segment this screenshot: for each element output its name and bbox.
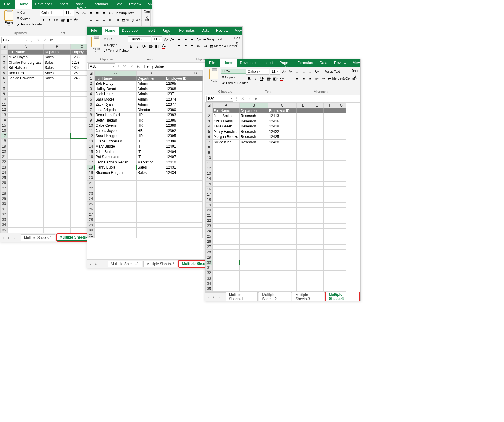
cell[interactable]: [189, 186, 203, 191]
row-header[interactable]: 20: [206, 208, 213, 213]
cell[interactable]: [297, 166, 310, 171]
column-header[interactable]: B: [240, 103, 268, 108]
align-top-button[interactable]: ≡: [176, 36, 182, 42]
tab-home[interactable]: Home: [220, 59, 236, 67]
cell[interactable]: [297, 208, 310, 213]
cell[interactable]: [324, 139, 337, 145]
cell[interactable]: [268, 160, 297, 166]
cell[interactable]: [165, 212, 189, 217]
cell[interactable]: [337, 134, 346, 140]
cell[interactable]: [337, 276, 346, 281]
cell[interactable]: [213, 176, 240, 182]
cell[interactable]: [189, 97, 203, 102]
font-color-button[interactable]: A▾: [73, 17, 79, 23]
cell[interactable]: [268, 187, 297, 192]
cell[interactable]: [8, 128, 44, 133]
row-header[interactable]: 2: [206, 113, 213, 119]
row-header[interactable]: 2: [87, 81, 95, 86]
cell[interactable]: [95, 217, 137, 223]
row-header[interactable]: 23: [1, 165, 8, 170]
cell[interactable]: [213, 145, 240, 150]
cell[interactable]: Research: [240, 124, 268, 129]
cell[interactable]: [310, 234, 324, 239]
cell[interactable]: Laila Green: [213, 124, 240, 129]
orientation-button[interactable]: ↻▾: [108, 10, 114, 16]
row-header[interactable]: 27: [1, 186, 8, 191]
cell[interactable]: [268, 181, 297, 187]
sheet-nav-more[interactable]: …: [99, 262, 106, 266]
header-cell[interactable]: Employee ID: [268, 108, 297, 113]
cell[interactable]: [297, 229, 310, 234]
cell[interactable]: [268, 229, 297, 234]
row-header[interactable]: 28: [206, 250, 213, 255]
cell[interactable]: [137, 186, 165, 191]
cell[interactable]: [189, 212, 203, 217]
cell[interactable]: [337, 176, 346, 182]
bold-button[interactable]: B: [246, 75, 252, 81]
cell[interactable]: [213, 208, 240, 213]
cell[interactable]: [324, 265, 337, 271]
header-cell[interactable]: Full Name: [213, 108, 240, 113]
cell[interactable]: [8, 107, 44, 113]
cell[interactable]: [95, 175, 137, 181]
cell[interactable]: Sales: [44, 65, 71, 71]
row-header[interactable]: 22: [1, 160, 8, 165]
name-box[interactable]: B30▾: [206, 96, 233, 102]
sheet-nav-prev[interactable]: ◂: [206, 295, 211, 299]
row-header[interactable]: 22: [87, 186, 95, 191]
cell[interactable]: [8, 112, 44, 118]
cell[interactable]: [324, 124, 337, 129]
cell[interactable]: [310, 145, 324, 150]
cell[interactable]: 12398: [165, 139, 189, 144]
cell[interactable]: IT: [137, 149, 165, 154]
cell[interactable]: [137, 196, 165, 202]
cell[interactable]: [337, 197, 346, 203]
cell[interactable]: [240, 239, 268, 245]
cell[interactable]: [213, 250, 240, 255]
cell[interactable]: [324, 202, 337, 208]
row-header[interactable]: 9: [1, 91, 8, 97]
cell[interactable]: [268, 265, 297, 271]
cell[interactable]: IT: [137, 139, 165, 144]
tab-insert[interactable]: Insert: [55, 0, 71, 9]
cell[interactable]: [240, 155, 268, 161]
row-header[interactable]: 21: [87, 180, 95, 186]
cancel-formula-button[interactable]: ✕: [34, 37, 40, 43]
cell[interactable]: [297, 265, 310, 271]
cell[interactable]: [297, 239, 310, 245]
tab-pagelayout[interactable]: Page Layout: [276, 59, 294, 67]
cell[interactable]: Mary Bridge: [95, 144, 137, 149]
cell[interactable]: [8, 149, 44, 154]
cell[interactable]: Director: [137, 107, 165, 113]
cell[interactable]: [268, 145, 297, 150]
italic-button[interactable]: I: [253, 75, 259, 81]
italic-button[interactable]: I: [46, 17, 52, 23]
cell[interactable]: [337, 113, 346, 119]
font-name-select[interactable]: Calibri▾: [40, 10, 63, 16]
row-header[interactable]: 26: [1, 180, 8, 186]
cell[interactable]: [213, 260, 240, 265]
font-size-select[interactable]: 11▾: [152, 36, 162, 42]
cell[interactable]: [44, 180, 71, 186]
cell[interactable]: 12404: [165, 149, 189, 154]
align-top-button[interactable]: ≡: [294, 69, 300, 75]
column-header[interactable]: B: [137, 71, 165, 76]
cell[interactable]: [337, 255, 346, 260]
cell[interactable]: [268, 255, 297, 260]
sheet-nav-next[interactable]: ▸: [7, 236, 11, 240]
paste-button[interactable]: Paste▾: [90, 36, 102, 54]
cell[interactable]: [137, 207, 165, 212]
cell[interactable]: [324, 150, 337, 155]
tab-formulas[interactable]: Formulas: [294, 59, 316, 67]
align-center-button[interactable]: ≡: [301, 75, 307, 81]
cell[interactable]: [44, 102, 71, 107]
row-header[interactable]: 7: [1, 81, 8, 86]
cell[interactable]: [297, 250, 310, 255]
cell[interactable]: [297, 218, 310, 224]
tab-developer[interactable]: Developer: [32, 0, 55, 9]
cell[interactable]: [240, 166, 268, 171]
cell[interactable]: [213, 223, 240, 229]
row-header[interactable]: 21: [1, 154, 8, 160]
cell[interactable]: [44, 128, 71, 133]
row-header[interactable]: 14: [87, 144, 95, 149]
